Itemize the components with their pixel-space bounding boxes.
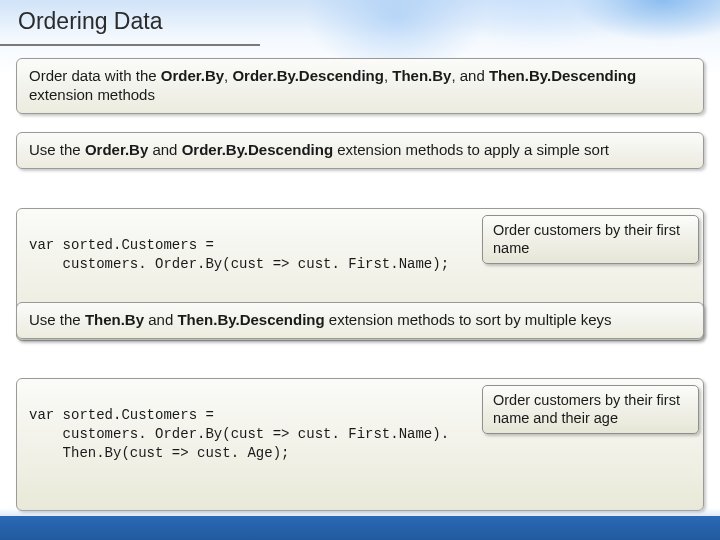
intro-card: Order data with the Order.By, Order.By.D… xyxy=(16,58,704,114)
footer-bar xyxy=(0,516,720,540)
code-block-2: var sorted.Customers = customers. Order.… xyxy=(16,378,704,511)
method-orderby: Order.By xyxy=(85,141,148,158)
text: extension methods to sort by multiple ke… xyxy=(325,311,612,328)
text: , and xyxy=(451,67,489,84)
text: and xyxy=(144,311,177,328)
text: extension methods xyxy=(29,86,155,103)
slide: Ordering Data Order data with the Order.… xyxy=(0,0,720,540)
code-line: var sorted.Customers = xyxy=(29,237,214,253)
text: , xyxy=(384,67,392,84)
thenby-card: Use the Then.By and Then.By.Descending e… xyxy=(16,302,704,339)
text: Use the xyxy=(29,141,85,158)
text: extension methods to apply a simple sort xyxy=(333,141,609,158)
code-line: customers. Order.By(cust => cust. First.… xyxy=(29,256,449,272)
code-line: var sorted.Customers = xyxy=(29,407,214,423)
code-line: customers. Order.By(cust => cust. First.… xyxy=(29,426,449,442)
method-thenbydesc: Then.By.Descending xyxy=(489,67,636,84)
method-thenby: Then.By xyxy=(85,311,144,328)
method-thenby: Then.By xyxy=(392,67,451,84)
text: Use the xyxy=(29,311,85,328)
orderby-card: Use the Order.By and Order.By.Descending… xyxy=(16,132,704,169)
code-line: Then.By(cust => cust. Age); xyxy=(29,445,289,461)
slide-title: Ordering Data xyxy=(18,8,162,35)
method-orderbydesc: Order.By.Descending xyxy=(232,67,383,84)
footer-shine xyxy=(0,508,720,516)
method-orderbydesc: Order.By.Descending xyxy=(182,141,333,158)
method-orderby: Order.By xyxy=(161,67,224,84)
callout-2: Order customers by their first name and … xyxy=(482,385,699,434)
method-thenbydesc: Then.By.Descending xyxy=(177,311,324,328)
callout-1: Order customers by their first name xyxy=(482,215,699,264)
text: and xyxy=(148,141,181,158)
text: Order data with the xyxy=(29,67,161,84)
title-underline xyxy=(0,44,260,46)
